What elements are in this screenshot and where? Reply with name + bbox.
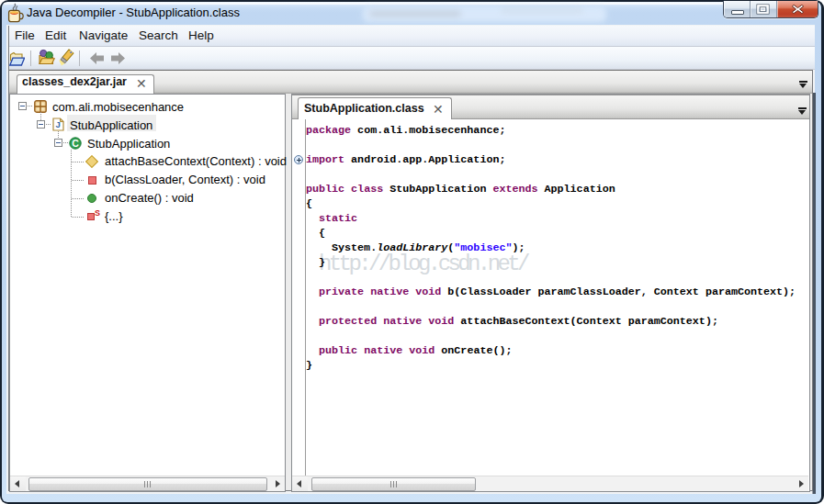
svg-text:C: C [72, 138, 79, 149]
svg-text:J: J [55, 119, 60, 129]
